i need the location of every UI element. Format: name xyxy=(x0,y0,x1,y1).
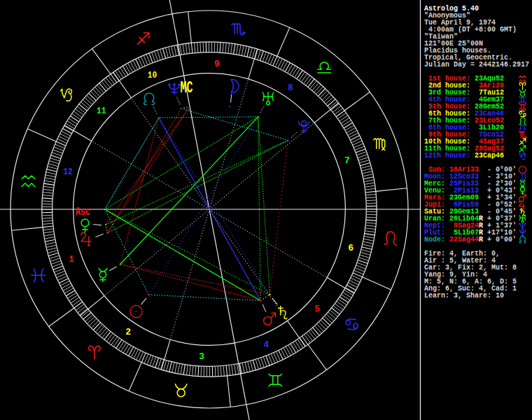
svg-text:3: 3 xyxy=(199,351,204,362)
svg-text:6: 6 xyxy=(348,243,354,253)
svg-text:8: 8 xyxy=(288,83,293,93)
svg-text:9: 9 xyxy=(214,59,220,69)
svg-text:10: 10 xyxy=(148,70,158,80)
svg-text:2: 2 xyxy=(125,327,131,337)
svg-text:1: 1 xyxy=(69,254,74,265)
svg-text:MC: MC xyxy=(181,78,193,97)
svg-text:7: 7 xyxy=(344,155,350,166)
svg-text:12: 12 xyxy=(63,167,73,177)
svg-text:5: 5 xyxy=(314,304,320,314)
svg-text:4: 4 xyxy=(263,340,269,350)
svg-text:Asc: Asc xyxy=(76,206,90,218)
svg-text:11: 11 xyxy=(97,106,106,116)
